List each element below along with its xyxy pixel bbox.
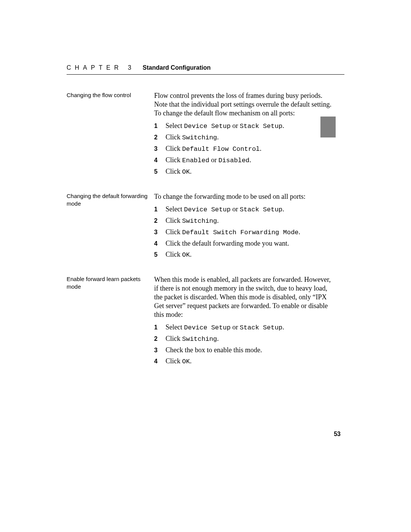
steps-list: 1 Select Device Setup or Stack Setup. 2 … [154,205,333,259]
step: 2 Click Switching. [154,334,333,343]
section-label: Enable forward learn packets mode [67,275,154,291]
step-text: Click Default Flow Control. [166,144,333,153]
step-text: Click OK. [166,357,333,366]
step-number: 4 [154,357,166,366]
section-intro: Flow control prevents the loss of frames… [154,91,333,118]
step: 1 Select Device Setup or Stack Setup. [154,323,333,332]
section-forwarding-mode: Changing the default forwarding mode To … [67,192,333,262]
section-label: Changing the flow control [67,91,154,99]
step-number: 4 [154,156,166,165]
step-number: 5 [154,250,166,259]
steps-list: 1 Select Device Setup or Stack Setup. 2 … [154,121,333,176]
step: 3 Check the box to enable this mode. [154,346,333,355]
step-number: 2 [154,334,166,343]
page-body: Changing the flow control Flow control p… [67,91,333,382]
section-intro: To change the forwarding mode to be used… [154,192,333,201]
step-number: 2 [154,216,166,225]
step-text: Select Device Setup or Stack Setup. [166,205,333,214]
page-number: 53 [334,431,341,438]
step-text: Click OK. [166,250,333,259]
page-header: CHAPTER 3 Standard Configuration [67,64,344,75]
step-text: Click Enabled or Disabled. [166,156,333,165]
section-body: To change the forwarding mode to be used… [154,192,333,262]
step: 1 Select Device Setup or Stack Setup. [154,121,333,131]
step-number: 1 [154,121,166,130]
steps-list: 1 Select Device Setup or Stack Setup. 2 … [154,323,333,366]
step-text: Click Switching. [166,334,333,343]
section-body: When this mode is enabled, all packets a… [154,275,333,368]
step: 2 Click Switching. [154,133,333,142]
step: 2 Click Switching. [154,216,333,225]
chapter-indicator: CHAPTER 3 [67,64,135,71]
step-number: 1 [154,205,166,214]
step-number: 2 [154,133,166,142]
step-number: 1 [154,323,166,332]
step: 3 Click Default Flow Control. [154,144,333,153]
step-text: Click Switching. [166,133,333,142]
step: 5 Click OK. [154,250,333,259]
chapter-title: Standard Configuration [143,64,211,71]
step: 3 Click Default Switch Forwarding Mode. [154,228,333,237]
section-learn-packets: Enable forward learn packets mode When t… [67,275,333,368]
step: 1 Select Device Setup or Stack Setup. [154,205,333,214]
step-text: Click Switching. [166,216,333,225]
step-text: Check the box to enable this mode. [166,346,333,355]
step-number: 3 [154,346,166,355]
step-text: Click OK. [166,167,333,176]
step-text: Select Device Setup or Stack Setup. [166,323,333,332]
step-text: Click Default Switch Forwarding Mode. [166,228,333,237]
section-flow-control: Changing the flow control Flow control p… [67,91,333,179]
step: 5 Click OK. [154,167,333,176]
step-text: Click the default forwarding mode you wa… [166,239,333,248]
step-number: 3 [154,144,166,153]
step: 4 Click OK. [154,357,333,366]
section-body: Flow control prevents the loss of frames… [154,91,333,179]
step: 4 Click Enabled or Disabled. [154,156,333,165]
section-label: Changing the default forwarding mode [67,192,154,208]
step-number: 3 [154,228,166,236]
step-number: 4 [154,239,166,248]
section-intro: When this mode is enabled, all packets a… [154,275,333,319]
step-number: 5 [154,167,166,176]
step-text: Select Device Setup or Stack Setup. [166,121,333,131]
step: 4 Click the default forwarding mode you … [154,239,333,248]
